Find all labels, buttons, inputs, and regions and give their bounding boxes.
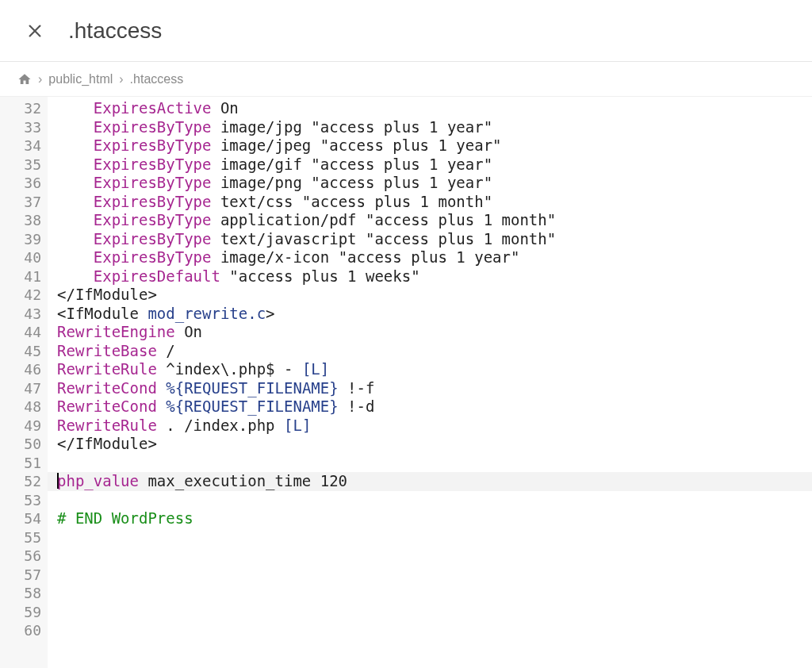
line-number: 40: [0, 248, 41, 267]
code-line[interactable]: ExpiresByType text/css "access plus 1 mo…: [57, 193, 812, 212]
breadcrumb-item[interactable]: .htaccess: [130, 72, 184, 86]
code-line[interactable]: ExpiresByType text/javascript "access pl…: [57, 230, 812, 249]
code-line[interactable]: [57, 621, 812, 640]
code-line[interactable]: php_value max_execution_time 120: [48, 472, 812, 491]
line-number: 54: [0, 509, 41, 528]
code-token: image/jpeg "access plus 1 year": [211, 136, 501, 154]
code-token: ExpiresByType: [94, 248, 212, 266]
editor-header: .htaccess: [0, 0, 812, 62]
code-token: >: [266, 305, 274, 322]
line-number: 52: [0, 472, 41, 491]
code-token: RewriteRule: [57, 360, 157, 378]
code-token: /: [157, 342, 175, 359]
line-number: 47: [0, 379, 41, 398]
code-token: <IfModule: [57, 305, 147, 322]
code-line[interactable]: ExpiresDefault "access plus 1 weeks": [57, 267, 812, 286]
code-token: [L]: [284, 417, 311, 434]
code-token: RewriteRule: [57, 417, 157, 434]
code-token: ExpiresByType: [94, 136, 212, 154]
chevron-right-icon: ›: [38, 72, 42, 86]
code-line[interactable]: [57, 603, 812, 622]
code-line[interactable]: [57, 584, 812, 603]
code-line[interactable]: </IfModule>: [57, 435, 812, 454]
line-number: 32: [0, 99, 41, 118]
code-line[interactable]: [57, 566, 812, 585]
line-number: 44: [0, 323, 41, 342]
line-number: 56: [0, 547, 41, 566]
code-line[interactable]: RewriteCond %{REQUEST_FILENAME} !-d: [57, 397, 812, 417]
code-token: !-f: [339, 379, 375, 397]
code-line[interactable]: [57, 528, 812, 547]
file-title: .htaccess: [68, 18, 162, 44]
code-editor[interactable]: 3233343536373839404142434445464748495051…: [0, 97, 812, 668]
code-line[interactable]: </IfModule>: [57, 286, 812, 305]
code-token: </IfModule>: [57, 435, 157, 452]
code-token: On: [211, 99, 238, 117]
line-number: 51: [0, 454, 41, 473]
close-button[interactable]: [16, 12, 54, 50]
line-number: 39: [0, 230, 41, 249]
code-line[interactable]: ExpiresByType image/gif "access plus 1 y…: [57, 155, 812, 175]
code-token: !-d: [339, 397, 375, 415]
code-line[interactable]: ExpiresByType image/x-icon "access plus …: [57, 248, 812, 267]
code-token: %{REQUEST_FILENAME}: [166, 379, 338, 397]
code-line[interactable]: RewriteCond %{REQUEST_FILENAME} !-f: [57, 379, 812, 398]
code-area[interactable]: ExpiresActive On ExpiresByType image/jpg…: [48, 97, 812, 668]
line-number: 33: [0, 118, 41, 137]
code-token: max_execution_time 120: [139, 472, 347, 489]
code-line[interactable]: <IfModule mod_rewrite.c>: [57, 305, 812, 324]
line-number: 43: [0, 305, 41, 324]
code-token: ExpiresDefault: [94, 267, 220, 285]
code-token: ExpiresByType: [94, 211, 212, 228]
line-number: 53: [0, 491, 41, 510]
code-line[interactable]: # END WordPress: [57, 509, 812, 528]
home-icon[interactable]: [17, 72, 32, 86]
line-number: 35: [0, 155, 41, 175]
code-line[interactable]: ExpiresByType application/pdf "access pl…: [57, 211, 812, 230]
line-number: 41: [0, 267, 41, 286]
code-line[interactable]: RewriteRule ^index\.php$ - [L]: [57, 360, 812, 379]
line-number: 46: [0, 360, 41, 379]
chevron-right-icon: ›: [119, 72, 123, 86]
code-token: "access plus 1 weeks": [220, 267, 420, 285]
line-number-gutter: 3233343536373839404142434445464748495051…: [0, 97, 48, 668]
code-line[interactable]: ExpiresByType image/png "access plus 1 y…: [57, 174, 812, 193]
line-number: 49: [0, 417, 41, 436]
code-token: %{REQUEST_FILENAME}: [166, 397, 338, 415]
code-line[interactable]: RewriteBase /: [57, 342, 812, 361]
line-number: 34: [0, 136, 41, 155]
code-line[interactable]: [57, 547, 812, 566]
line-number: 36: [0, 174, 41, 193]
line-number: 48: [0, 397, 41, 417]
code-token: image/gif "access plus 1 year": [211, 155, 492, 173]
code-line[interactable]: ExpiresByType image/jpg "access plus 1 y…: [57, 118, 812, 137]
code-token: image/x-icon "access plus 1 year": [211, 248, 519, 266]
code-token: RewriteCond: [57, 397, 157, 415]
line-number: 60: [0, 621, 41, 640]
code-line[interactable]: ExpiresByType image/jpeg "access plus 1 …: [57, 136, 812, 155]
line-number: 42: [0, 286, 41, 305]
code-token: RewriteEngine: [57, 323, 175, 340]
line-number: 55: [0, 528, 41, 547]
code-token: . /index.php: [157, 417, 284, 434]
line-number: 38: [0, 211, 41, 230]
code-token: text/javascript "access plus 1 month": [211, 230, 556, 248]
code-line[interactable]: [57, 454, 812, 473]
code-token: image/jpg "access plus 1 year": [211, 118, 492, 136]
code-token: mod_rewrite.c: [147, 305, 266, 322]
breadcrumb-item[interactable]: public_html: [48, 72, 113, 86]
code-line[interactable]: RewriteEngine On: [57, 323, 812, 342]
code-line[interactable]: ExpiresActive On: [57, 99, 812, 118]
code-token: RewriteBase: [57, 342, 157, 359]
code-token: application/pdf "access plus 1 month": [211, 211, 556, 228]
line-number: 45: [0, 342, 41, 361]
line-number: 37: [0, 193, 41, 212]
code-token: [157, 379, 166, 397]
code-token: </IfModule>: [57, 286, 157, 303]
code-token: php_value: [57, 472, 139, 489]
breadcrumb: › public_html › .htaccess: [0, 62, 812, 97]
code-line[interactable]: RewriteRule . /index.php [L]: [57, 417, 812, 436]
line-number: 57: [0, 566, 41, 585]
code-token: RewriteCond: [57, 379, 157, 397]
code-line[interactable]: [57, 491, 812, 510]
